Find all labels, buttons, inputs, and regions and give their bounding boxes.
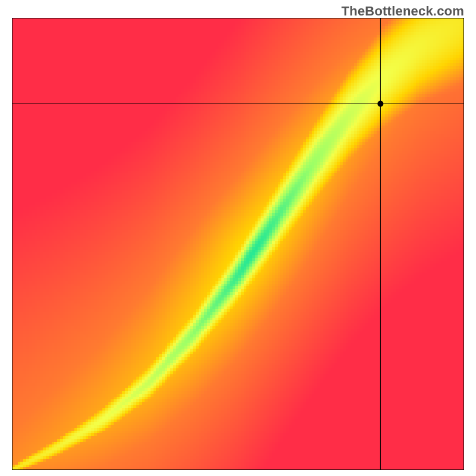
chart-container: TheBottleneck.com <box>0 0 476 476</box>
heatmap-canvas <box>12 18 464 470</box>
heatmap-plot <box>12 18 464 470</box>
watermark-label: TheBottleneck.com <box>342 4 464 19</box>
